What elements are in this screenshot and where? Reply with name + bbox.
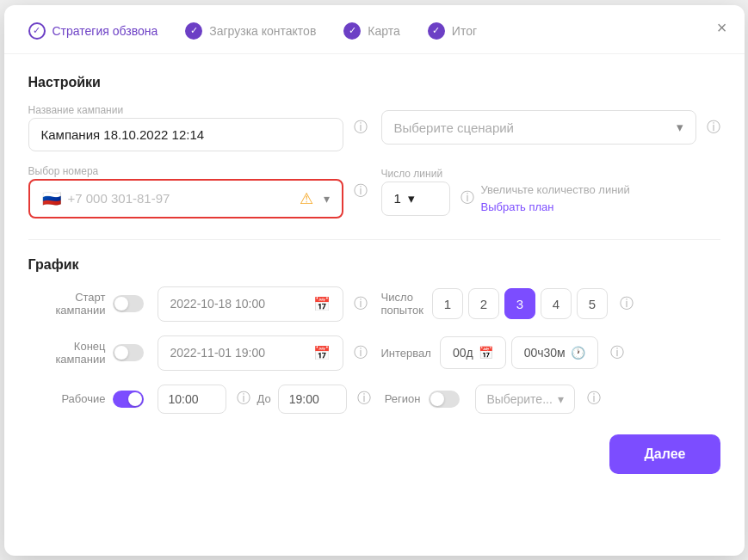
step-contacts-icon: ✓	[185, 22, 202, 40]
lines-chevron-icon: ▾	[408, 191, 415, 206]
interval-inputs: 00д 📅 00ч30м 🕐	[440, 336, 598, 369]
settings-grid: Название кампании Кампания 18.10.2022 12…	[4, 104, 745, 239]
work-to-value: 19:00	[289, 392, 319, 406]
end-date-input[interactable]: 2022-11-01 19:00 📅	[158, 335, 343, 371]
start-toggle[interactable]	[113, 295, 144, 312]
step-summary[interactable]: ✓ Итог	[428, 22, 477, 40]
chevron-down-icon: ▾	[677, 120, 683, 135]
step-summary-label: Итог	[452, 24, 477, 38]
step-map-label: Карта	[368, 24, 399, 38]
interval-field: Интервал 00д 📅 00ч30м 🕐 ⓘ	[381, 336, 720, 369]
step-strategy[interactable]: ✓ Стратегия обзвона	[28, 22, 158, 40]
region-info-icon[interactable]: ⓘ	[587, 390, 601, 408]
work-label: Рабочие	[28, 392, 106, 405]
region-chevron-icon: ▾	[558, 392, 564, 406]
region-select[interactable]: Выберите... ▾	[475, 385, 574, 414]
start-campaign-field: Старткампании 2022-10-18 10:00 📅 ⓘ	[28, 286, 368, 322]
lines-field: Число линий 1 ▾ ⓘ Увеличьте количество л…	[381, 165, 720, 218]
step-map-icon: ✓	[343, 22, 361, 40]
work-to-info-icon[interactable]: ⓘ	[357, 390, 371, 408]
region-toggle[interactable]	[429, 391, 460, 408]
start-campaign-label: Старткампании	[28, 291, 106, 317]
start-info-icon[interactable]: ⓘ	[354, 295, 368, 313]
work-from-value: 10:00	[169, 392, 199, 406]
region-label: Регион	[385, 392, 421, 405]
lines-info-icon[interactable]: ⓘ	[461, 189, 474, 207]
campaign-name-label: Название кампании	[28, 104, 343, 116]
end-info-icon[interactable]: ⓘ	[354, 344, 368, 362]
attempts-field: Числопопыток 1 2 3 4 5 ⓘ	[381, 288, 720, 319]
phone-value: +7 000 301-81-97	[68, 191, 170, 206]
phone-select[interactable]: 🇷🇺 +7 000 301-81-97 ⚠ ▾	[28, 179, 343, 218]
interval-days-value: 00д	[453, 346, 473, 360]
next-button[interactable]: Далее	[609, 434, 720, 474]
scenario-info-icon[interactable]: ⓘ	[707, 119, 720, 137]
attempts-label: Числопопыток	[381, 291, 423, 317]
warning-icon: ⚠	[300, 189, 313, 208]
step-contacts-label: Загрузка контактов	[209, 24, 316, 38]
settings-title: Настройки	[4, 54, 745, 104]
graph-row-work: Рабочие 10:00 ⓘ До 19:00 ⓘ Регион Выбери…	[28, 385, 720, 414]
attempt-btn-4[interactable]: 4	[541, 288, 572, 319]
attempt-btn-1[interactable]: 1	[432, 288, 463, 319]
work-to-input[interactable]: 19:00	[278, 385, 347, 414]
modal-footer: Далее	[4, 414, 745, 474]
work-hours-field: Рабочие 10:00 ⓘ До 19:00 ⓘ	[28, 385, 371, 414]
graph-row-start: Старткампании 2022-10-18 10:00 📅 ⓘ Число…	[28, 286, 720, 322]
interval-time-input[interactable]: 00ч30м 🕐	[511, 336, 598, 369]
interval-label: Интервал	[381, 347, 431, 360]
region-placeholder: Выберите...	[486, 392, 552, 406]
start-date-input[interactable]: 2022-10-18 10:00 📅	[158, 286, 343, 322]
end-calendar-icon: 📅	[313, 345, 331, 361]
phone-field: Выбор номера 🇷🇺 +7 000 301-81-97 ⚠ ▾ ⓘ	[28, 165, 368, 218]
close-button[interactable]: ×	[717, 19, 727, 36]
campaign-name-value: Кампания 18.10.2022 12:14	[41, 127, 205, 142]
campaign-name-field: Название кампании Кампания 18.10.2022 12…	[28, 104, 368, 151]
end-campaign-field: Конецкампании 2022-11-01 19:00 📅 ⓘ	[28, 335, 368, 371]
attempt-btn-2[interactable]: 2	[468, 288, 499, 319]
step-strategy-label: Стратегия обзвона	[53, 24, 158, 38]
graph-grid: Старткампании 2022-10-18 10:00 📅 ⓘ Число…	[4, 286, 745, 414]
end-date-value: 2022-11-01 19:00	[170, 346, 266, 360]
interval-days-input[interactable]: 00д 📅	[440, 336, 506, 369]
interval-days-calendar-icon: 📅	[479, 346, 493, 360]
step-summary-icon: ✓	[428, 22, 445, 40]
start-calendar-icon: 📅	[313, 296, 331, 312]
campaign-name-info-icon[interactable]: ⓘ	[354, 119, 368, 137]
upgrade-text: Увеличьте количество линий Выбрать план	[481, 182, 630, 215]
lines-group: 1 ▾ ⓘ Увеличьте количество линий Выбрать…	[381, 182, 720, 216]
modal-header: ✓ Стратегия обзвона ✓ Загрузка контактов…	[4, 5, 745, 54]
phone-label: Выбор номера	[28, 165, 343, 177]
step-strategy-icon: ✓	[28, 22, 46, 40]
do-label: До	[257, 392, 271, 405]
interval-clock-icon: 🕐	[571, 346, 585, 360]
attempts-info-icon[interactable]: ⓘ	[620, 295, 634, 313]
interval-info-icon[interactable]: ⓘ	[610, 344, 624, 362]
lines-value: 1	[394, 191, 401, 206]
scenario-placeholder: Выберите сценарий	[394, 120, 514, 135]
attempt-btn-3[interactable]: 3	[504, 288, 535, 319]
end-campaign-label: Конецкампании	[28, 340, 106, 366]
attempts-buttons: 1 2 3 4 5	[432, 288, 608, 319]
phone-chevron-icon: ▾	[324, 192, 330, 206]
region-field: Регион Выберите... ▾ ⓘ	[385, 385, 720, 414]
end-toggle[interactable]	[113, 344, 144, 361]
campaign-name-input[interactable]: Кампания 18.10.2022 12:14	[28, 118, 343, 151]
lines-label: Число линий	[381, 168, 720, 180]
interval-time-value: 00ч30м	[524, 346, 566, 360]
scenario-select[interactable]: Выберите сценарий ▾	[381, 110, 696, 145]
modal: ✓ Стратегия обзвона ✓ Загрузка контактов…	[4, 5, 745, 556]
graph-row-end: Конецкампании 2022-11-01 19:00 📅 ⓘ Интер…	[28, 335, 720, 371]
upgrade-link[interactable]: Выбрать план	[481, 199, 630, 216]
step-contacts[interactable]: ✓ Загрузка контактов	[185, 22, 316, 40]
work-from-input[interactable]: 10:00	[158, 385, 226, 414]
russia-flag-icon: 🇷🇺	[42, 189, 61, 208]
work-toggle[interactable]	[113, 391, 144, 408]
graph-title: График	[4, 240, 745, 286]
step-map[interactable]: ✓ Карта	[343, 22, 399, 40]
phone-info-icon[interactable]: ⓘ	[354, 182, 368, 200]
start-date-value: 2022-10-18 10:00	[170, 297, 266, 311]
lines-select[interactable]: 1 ▾	[381, 182, 450, 216]
attempt-btn-5[interactable]: 5	[577, 288, 608, 319]
work-from-info-icon[interactable]: ⓘ	[237, 390, 250, 408]
